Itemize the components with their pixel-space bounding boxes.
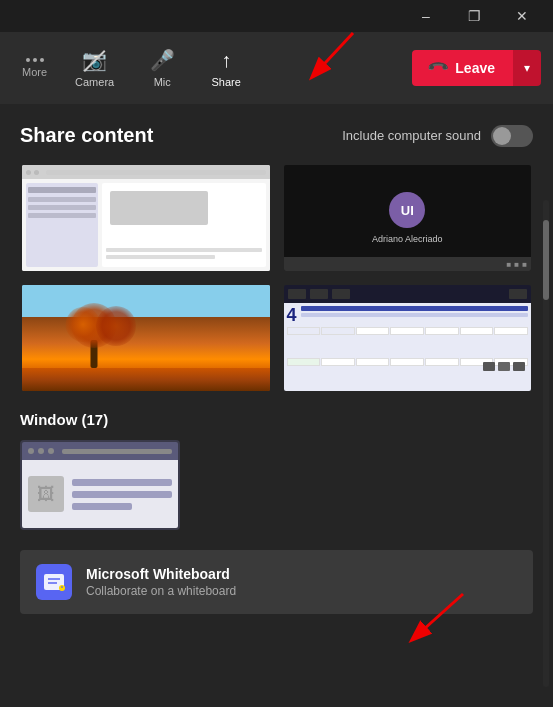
toggle-knob <box>493 127 511 145</box>
screen-1-sidebar <box>26 183 98 267</box>
computer-sound-label: Include computer sound <box>342 128 481 143</box>
main-content: Share content Include computer sound <box>0 104 553 707</box>
more-button[interactable]: More <box>12 52 57 84</box>
leave-button[interactable]: 📞 Leave <box>412 50 513 86</box>
share-content-title: Share content <box>20 124 153 147</box>
screen-1-preview <box>22 165 270 271</box>
screen-1-titlebar <box>22 165 270 179</box>
window-thumb-1-text-lines <box>72 479 172 510</box>
screen-thumb-1[interactable] <box>20 163 272 273</box>
screen-1-image <box>110 191 208 225</box>
autumn-ground <box>22 368 270 391</box>
screen-1-content <box>22 179 270 271</box>
mic-button[interactable]: 🎤 Mic <box>132 42 192 94</box>
screen-thumb-2[interactable]: UI Adriano Alecriado ■■■ <box>282 163 534 273</box>
leave-label: Leave <box>455 60 495 76</box>
whiteboard-item[interactable]: Microsoft Whiteboard Collaborate on a wh… <box>20 550 533 614</box>
phone-icon: 📞 <box>427 56 450 79</box>
window-thumb-1-titlebar <box>22 442 178 460</box>
screen-2-avatar: UI <box>389 192 425 228</box>
close-button[interactable]: ✕ <box>499 0 545 32</box>
screen-4-number: 4 <box>287 306 297 324</box>
screen-4-content: 4 <box>284 303 532 391</box>
whiteboard-svg-icon <box>42 570 66 594</box>
more-dots-icon <box>26 58 44 62</box>
window-thumb-1-image: 🖼 <box>28 476 64 512</box>
screen-1-main <box>102 183 266 267</box>
toolbar: More 📷 Camera 🎤 Mic ↑ Share 📞 Leave ▾ <box>0 32 553 104</box>
screen-2-preview: UI Adriano Alecriado <box>284 165 532 271</box>
whiteboard-icon <box>36 564 72 600</box>
whiteboard-subtitle: Collaborate on a whiteboard <box>86 584 517 598</box>
scrollbar[interactable] <box>543 200 549 687</box>
leave-chevron-button[interactable]: ▾ <box>513 50 541 86</box>
image-placeholder-icon: 🖼 <box>37 484 55 505</box>
screen-thumbnails-grid: UI Adriano Alecriado ■■■ <box>20 163 533 393</box>
whiteboard-text: Microsoft Whiteboard Collaborate on a wh… <box>86 566 517 598</box>
screen-4-taskbar <box>284 285 532 303</box>
window-thumb-1-content: 🖼 <box>22 460 178 528</box>
screen-2-name: Adriano Alecriado <box>372 234 443 244</box>
screen-thumb-3[interactable] <box>20 283 272 393</box>
text-line-3 <box>72 503 132 510</box>
share-icon: ↑ <box>221 49 231 72</box>
share-header: Share content Include computer sound <box>20 124 533 147</box>
screen-2-taskbar: ■■■ <box>284 257 532 271</box>
sound-toggle-switch[interactable] <box>491 125 533 147</box>
title-bar: – ❐ ✕ <box>0 0 553 32</box>
mic-icon: 🎤 <box>150 48 175 72</box>
maximize-button[interactable]: ❐ <box>451 0 497 32</box>
camera-label: Camera <box>75 76 114 88</box>
text-line-2 <box>72 491 172 498</box>
camera-button[interactable]: 📷 Camera <box>61 42 128 94</box>
minimize-button[interactable]: – <box>403 0 449 32</box>
whiteboard-title: Microsoft Whiteboard <box>86 566 517 582</box>
share-label: Share <box>212 76 241 88</box>
chevron-down-icon: ▾ <box>524 61 530 75</box>
screen-thumb-4[interactable]: 4 <box>282 283 534 393</box>
share-button[interactable]: ↑ Share <box>196 43 256 94</box>
mic-label: Mic <box>154 76 171 88</box>
window-thumbnails: 🖼 <box>20 440 533 530</box>
more-label: More <box>22 66 47 78</box>
window-thumb-1[interactable]: 🖼 <box>20 440 180 530</box>
scrollbar-thumb[interactable] <box>543 220 549 300</box>
window-section-label: Window (17) <box>20 411 533 428</box>
screen-4-preview: 4 <box>284 285 532 391</box>
text-line-1 <box>72 479 172 486</box>
autumn-tree <box>67 303 122 368</box>
computer-sound-toggle[interactable]: Include computer sound <box>342 125 533 147</box>
camera-icon: 📷 <box>82 48 107 72</box>
leave-group: 📞 Leave ▾ <box>412 50 541 86</box>
